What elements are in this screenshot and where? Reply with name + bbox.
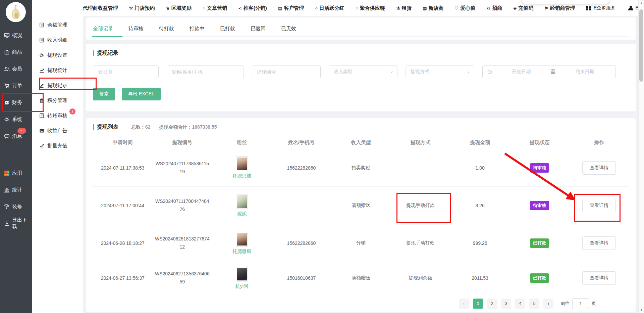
submenu-transfer-review[interactable]: 转账审核 3: [32, 108, 83, 123]
store-logo[interactable]: [6, 2, 26, 22]
sidebar-item-finance[interactable]: ¥ 财务: [0, 94, 32, 111]
tab-rejected[interactable]: 已驳回: [251, 21, 266, 36]
sidebar-item-export-download[interactable]: 导出下载: [0, 215, 32, 232]
nav-customer-mgmt[interactable]: ▤客户管理: [278, 5, 304, 11]
scroll-up-icon[interactable]: ▲: [639, 1, 644, 5]
submenu-withdraw-settings[interactable]: 提现设置: [32, 48, 83, 63]
fan-avatar[interactable]: [236, 194, 248, 209]
fan-name-link[interactable]: 托腮思脑: [232, 249, 251, 255]
users-icon: [4, 66, 10, 72]
member-id-input[interactable]: [93, 65, 159, 78]
withdraw-list-card: 提现列表 总数：62 提现金额合计：1067339.55 申请时间 提现编号 粉…: [86, 118, 636, 312]
submenu-income-detail[interactable]: 收入明细: [32, 33, 83, 48]
view-detail-button[interactable]: 查看详情: [582, 271, 616, 285]
sidebar-item-members[interactable]: 会员: [0, 60, 32, 77]
nav-distribution[interactable]: ≺推客(分销): [238, 5, 267, 11]
chevron-down-icon: ∨: [390, 70, 393, 74]
tab-invalid[interactable]: 已无效: [281, 21, 296, 36]
fan-name-link[interactable]: 托腮思脑: [232, 173, 251, 179]
prev-page-button[interactable]: ‹: [459, 299, 469, 309]
submenu-points-mgmt[interactable]: 积分管理: [32, 93, 83, 108]
page-button-4[interactable]: 4: [515, 299, 525, 309]
line-chart-icon: [39, 68, 44, 73]
page-button-2[interactable]: 2: [487, 299, 497, 309]
nav-supply-chain[interactable]: ○聚合供应链: [356, 5, 385, 11]
circle-icon: ○: [356, 6, 358, 11]
submenu-revenue-ads[interactable]: 收益广告: [32, 123, 83, 138]
submenu-withdraw-stats[interactable]: 提现统计: [32, 63, 83, 78]
vertical-scrollbar[interactable]: ▲ ▼: [638, 0, 644, 313]
page-button-1[interactable]: 1: [473, 299, 483, 309]
goto-label: 前往: [561, 301, 570, 307]
submenu-withdraw-records[interactable]: 提现记录: [32, 78, 83, 93]
fan-avatar[interactable]: [236, 267, 248, 281]
view-detail-button[interactable]: 查看详情: [582, 161, 616, 175]
nav-store-booking[interactable]: ⚒门店预约: [129, 5, 155, 11]
search-button[interactable]: 搜索: [93, 88, 115, 100]
scrollbar-thumb[interactable]: [639, 9, 643, 82]
sidebar-item-decoration[interactable]: 装修: [0, 198, 32, 215]
date-range-picker[interactable]: 开始日期 至 结束日期: [482, 65, 616, 78]
nav-new-shop[interactable]: ▦新店商: [423, 5, 444, 11]
gear-icon: [4, 117, 10, 122]
nav-leasing[interactable]: ⚗租赁: [396, 5, 412, 11]
transfer-review-badge: 3: [69, 108, 75, 115]
apply-time: 2024-06-27 13:56:37: [93, 273, 153, 283]
document-icon: [39, 113, 44, 118]
scroll-down-icon[interactable]: ▼: [639, 308, 644, 312]
submenu-batch-recharge[interactable]: 批量充值: [32, 138, 83, 153]
name-phone: [272, 203, 331, 208]
recycle-icon: ♻: [486, 6, 490, 11]
sidebar-item-statistics[interactable]: 统计: [0, 181, 32, 198]
total-count: 总数：62: [131, 124, 151, 130]
goto-page-input[interactable]: [572, 298, 589, 309]
view-detail-button[interactable]: 查看详情: [582, 199, 616, 212]
nav-recharge-code[interactable]: ◈充值码: [513, 5, 533, 11]
table-row: 2024-06-28 18:18:27 WS202406281818277674…: [93, 224, 629, 262]
fan-name-link[interactable]: 机yi阿: [235, 283, 248, 289]
nav-article-marketing[interactable]: ○文章营销: [203, 5, 227, 11]
fan-avatar[interactable]: [236, 156, 248, 171]
nav-daily-dividend[interactable]: ○日活跃分红: [315, 5, 344, 11]
tab-all-records[interactable]: 全部记录: [93, 21, 113, 36]
start-date-placeholder: 开始日期: [495, 69, 547, 75]
nav-investment[interactable]: ♻招商: [486, 5, 502, 11]
status-badge: 已打款: [530, 238, 549, 248]
withdraw-no-input[interactable]: [252, 65, 321, 78]
submenu-balance-mgmt[interactable]: 余额管理: [32, 17, 83, 33]
fan-name-link[interactable]: 妮妮: [237, 211, 247, 217]
next-page-button[interactable]: ›: [543, 299, 553, 309]
gear-icon: [39, 53, 44, 58]
tab-paying[interactable]: 打款中: [190, 21, 205, 36]
nickname-input[interactable]: [167, 65, 244, 78]
nav-eqy-service[interactable]: E企盈服务: [586, 5, 615, 11]
coins-icon: [39, 98, 44, 103]
tab-paid[interactable]: 已打款: [220, 21, 235, 36]
withdraw-method-select[interactable]: 提现方式 ∨: [406, 65, 474, 78]
nav-dealer-mgmt[interactable]: ⚑经销商管理: [544, 5, 575, 11]
ticket-icon: ◈: [513, 6, 517, 11]
view-detail-button[interactable]: 查看详情: [582, 236, 616, 250]
fan-avatar[interactable]: [236, 232, 248, 247]
sidebar-item-system[interactable]: 系统: [0, 111, 32, 128]
sidebar-item-overview[interactable]: 概况: [0, 27, 32, 44]
nav-love-value[interactable]: ♡爱心值: [455, 5, 476, 11]
table-row: 2024-07-11 17:38:53 WS202407111738536115…: [93, 149, 629, 186]
page-button-3[interactable]: 3: [501, 299, 511, 309]
income-type-select[interactable]: 收入类型 ∨: [329, 65, 397, 78]
nav-agent-revenue[interactable]: ○代理商收益管理: [78, 5, 118, 11]
page-button-5[interactable]: 5: [529, 299, 539, 309]
sidebar-item-messages[interactable]: 消息 ···: [0, 128, 32, 144]
tab-pending-review[interactable]: 待审核: [128, 21, 144, 36]
sidebar-item-apps[interactable]: 应用: [0, 165, 32, 181]
sidebar-item-products[interactable]: 商品: [0, 44, 32, 60]
export-excel-button[interactable]: 导出 EXCEL: [122, 88, 161, 100]
sidebar-item-orders[interactable]: 订单: [0, 77, 32, 94]
withdraw-no: WS20240627135637640659: [153, 267, 212, 289]
tab-pending-payment[interactable]: 待打款: [159, 21, 174, 36]
nav-region-reward[interactable]: ♛区域奖励: [166, 5, 192, 11]
finance-submenu: 余额管理 收入明细 提现设置 提现统计 提现记录 积分管理 转账审核 3: [32, 0, 83, 313]
apply-time: 2024-07-11 17:00:44: [93, 200, 153, 211]
paint-roller-icon: [4, 204, 10, 210]
section-accent-bar: [93, 50, 94, 56]
